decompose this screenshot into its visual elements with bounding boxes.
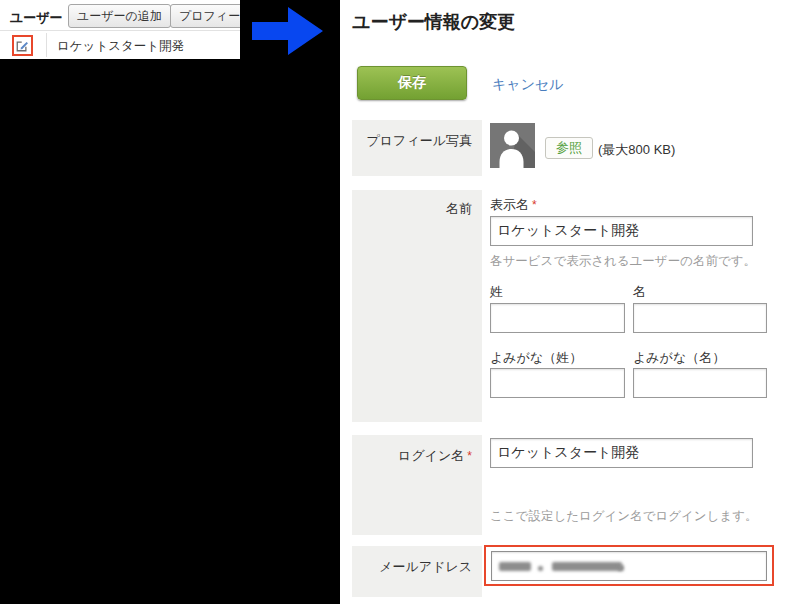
required-asterisk: * — [467, 449, 472, 463]
user-row[interactable]: ロケットスタート開発 — [0, 31, 240, 59]
user-list-header: ユーザー ユーザーの追加 プロフィール項 — [0, 0, 240, 31]
display-name-help: 各サービスで表示されるユーザーの名前です。 — [490, 253, 756, 270]
display-name-input[interactable] — [490, 216, 753, 246]
browse-button[interactable]: 参照 — [545, 137, 593, 159]
profile-items-button[interactable]: プロフィール項 — [170, 4, 240, 28]
annotation-arrow-icon — [252, 6, 324, 56]
email-highlight-box — [484, 545, 774, 586]
user-list-title: ユーザー — [10, 9, 63, 27]
login-label-text: ログイン名 — [398, 448, 464, 463]
redacted-email-blob — [618, 565, 624, 571]
edit-user-form-panel: ユーザー情報の変更 保存 キャンセル プロフィール写真 参照 (最大800 KB… — [340, 0, 800, 604]
save-button[interactable]: 保存 — [357, 66, 467, 100]
last-name-label: 姓 — [490, 283, 503, 301]
phonetic-last-label: よみがな（姓） — [490, 349, 582, 367]
screenshot-root: ユーザー ユーザーの追加 プロフィール項 ロケットスタート開発 ユーザー情報の変… — [0, 0, 800, 604]
redacted-email-blob — [552, 562, 622, 571]
first-name-input[interactable] — [633, 303, 767, 333]
redacted-email-blob — [499, 562, 531, 571]
dark-backdrop — [0, 0, 340, 604]
edit-icon — [15, 38, 30, 53]
section-label-login: ログイン名* — [352, 435, 482, 535]
redacted-email-blob — [538, 566, 543, 571]
add-user-button[interactable]: ユーザーの追加 — [68, 4, 171, 28]
max-size-note: (最大800 KB) — [598, 141, 675, 159]
user-list-snippet: ユーザー ユーザーの追加 プロフィール項 ロケットスタート開発 — [0, 0, 240, 59]
login-help: ここで設定したログイン名でログインします。 — [490, 508, 757, 525]
email-input[interactable] — [491, 551, 767, 581]
display-name-label: 表示名* — [490, 196, 537, 214]
login-name-input[interactable] — [490, 438, 753, 468]
phonetic-first-label: よみがな（名） — [633, 349, 725, 367]
display-name-label-text: 表示名 — [490, 197, 529, 212]
section-label-photo: プロフィール写真 — [352, 120, 482, 176]
page-title: ユーザー情報の変更 — [352, 10, 515, 34]
avatar-placeholder-icon — [490, 123, 535, 168]
required-asterisk: * — [532, 198, 537, 212]
user-row-name: ロケットスタート開発 — [57, 38, 184, 55]
phonetic-last-input[interactable] — [490, 368, 625, 398]
cancel-link[interactable]: キャンセル — [492, 76, 564, 94]
section-label-name: 名前 — [352, 190, 482, 422]
section-label-email: メールアドレス — [352, 546, 482, 597]
phonetic-first-input[interactable] — [633, 368, 767, 398]
edit-user-highlight[interactable] — [12, 35, 33, 56]
row-divider — [46, 33, 47, 57]
first-name-label: 名 — [633, 283, 646, 301]
last-name-input[interactable] — [490, 303, 625, 333]
